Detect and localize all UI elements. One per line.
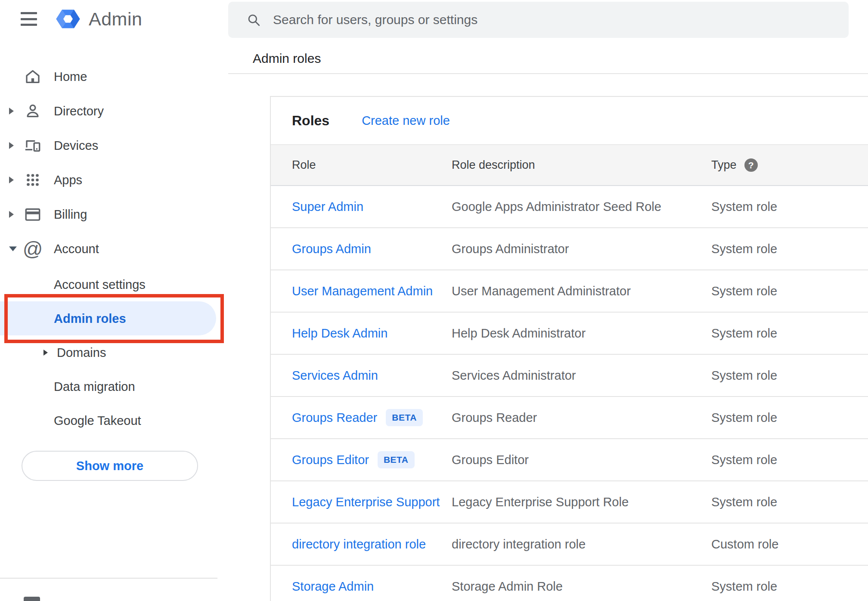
role-description: Help Desk Administrator — [452, 326, 711, 341]
role-link[interactable]: Storage Admin — [292, 579, 374, 594]
admin-logo: Admin — [55, 6, 142, 32]
sidebar-divider — [0, 578, 217, 579]
beta-badge: BETA — [378, 451, 415, 468]
table-row: Groups Reader BETA Groups Reader System … — [271, 397, 868, 439]
sidebar-item-data-migration[interactable]: Data migration — [0, 369, 228, 403]
devices-icon — [24, 136, 42, 155]
breadcrumb-divider — [228, 73, 868, 74]
sidebar-item-directory[interactable]: Directory — [0, 94, 228, 128]
sidebar-item-domains[interactable]: Domains — [0, 335, 228, 369]
role-description: Groups Editor — [452, 453, 711, 467]
role-type: System role — [711, 453, 868, 467]
table-row: Groups Editor BETA Groups Editor System … — [271, 439, 868, 481]
table-body: Super Admin Google Apps Administrator Se… — [271, 186, 868, 601]
sidebar-subitem-label: Google Takeout — [54, 413, 141, 428]
roles-card-header: Roles Create new role — [271, 97, 868, 144]
role-description: Google Apps Administrator Seed Role — [452, 200, 711, 214]
person-icon — [24, 102, 42, 120]
at-icon: @ — [24, 240, 42, 258]
role-link[interactable]: Legacy Enterprise Support — [292, 495, 440, 509]
role-type: System role — [711, 200, 868, 214]
role-type: Custom role — [711, 537, 868, 551]
roles-card: Roles Create new role Role Role descript… — [270, 96, 868, 601]
breadcrumb: Admin roles — [253, 51, 321, 66]
table-row: Storage Admin Storage Admin Role System … — [271, 566, 868, 601]
table-row: directory integration role directory int… — [271, 524, 868, 566]
search-input[interactable] — [273, 12, 836, 27]
sidebar-subitem-label: Account settings — [54, 277, 146, 291]
column-header-role-description: Role description — [452, 158, 711, 172]
sidebar-item-label: Directory — [54, 104, 104, 118]
role-type: System role — [711, 495, 868, 509]
column-header-role: Role — [292, 158, 452, 172]
role-type: System role — [711, 369, 868, 383]
collapse-arrow-icon — [9, 247, 17, 251]
sidebar-item-label: Devices — [54, 139, 98, 153]
sidebar: Home Directory Devices Apps Billing @ Ac… — [0, 40, 228, 601]
beta-badge: BETA — [386, 409, 423, 426]
role-link[interactable]: directory integration role — [292, 537, 426, 551]
sidebar-item-admin-roles[interactable]: Admin roles — [0, 301, 228, 335]
sidebar-item-account[interactable]: @ Account — [0, 232, 228, 266]
role-description: Services Administrator — [452, 369, 711, 383]
admin-hexagon-icon — [55, 6, 81, 32]
sidebar-item-label: Apps — [54, 173, 82, 187]
role-description: directory integration role — [452, 537, 711, 551]
table-row: Legacy Enterprise Support Legacy Enterpr… — [271, 481, 868, 524]
sidebar-subitem-label: Domains — [57, 345, 106, 359]
table-header-row: Role Role description Type ? — [271, 144, 868, 186]
table-row: Groups Admin Groups Administrator System… — [271, 228, 868, 270]
sidebar-item-label: Account — [54, 242, 99, 256]
role-description: Storage Admin Role — [452, 579, 711, 594]
sidebar-item-label: Billing — [54, 208, 87, 222]
table-row: User Management Admin User Management Ad… — [271, 270, 868, 313]
admin-console-screen: Admin Home Directory Devices Apps — [0, 0, 868, 601]
expand-arrow-icon — [9, 108, 14, 115]
apps-icon — [24, 171, 42, 189]
role-type: System role — [711, 326, 868, 341]
billing-icon — [24, 205, 42, 223]
role-link[interactable]: Super Admin — [292, 200, 363, 214]
role-link[interactable]: User Management Admin — [292, 284, 433, 298]
sidebar-item-account-settings[interactable]: Account settings — [0, 267, 228, 301]
column-header-type: Type ? — [711, 158, 868, 172]
home-icon — [24, 68, 42, 86]
role-link[interactable]: Services Admin — [292, 369, 378, 383]
search-bar[interactable] — [228, 2, 849, 38]
support-icon[interactable] — [24, 597, 40, 601]
role-type: System role — [711, 579, 868, 594]
sidebar-subitem-label: Admin roles — [54, 311, 126, 325]
role-type: System role — [711, 411, 868, 425]
sidebar-item-devices[interactable]: Devices — [0, 128, 228, 163]
expand-arrow-icon — [9, 211, 14, 218]
show-more-button[interactable]: Show more — [22, 451, 198, 481]
sidebar-item-apps[interactable]: Apps — [0, 163, 228, 197]
expand-arrow-icon — [9, 142, 14, 149]
sidebar-item-billing[interactable]: Billing — [0, 197, 228, 232]
role-description: Groups Administrator — [452, 242, 711, 256]
app-title: Admin — [89, 9, 142, 30]
sidebar-subitem-label: Data migration — [54, 379, 135, 393]
role-link[interactable]: Help Desk Admin — [292, 326, 388, 341]
role-description: User Management Administrator — [452, 284, 711, 298]
roles-title: Roles — [292, 113, 329, 129]
role-type: System role — [711, 284, 868, 298]
table-row: Services Admin Services Administrator Sy… — [271, 355, 868, 397]
role-link[interactable]: Groups Admin — [292, 242, 371, 256]
search-icon — [246, 12, 261, 27]
sidebar-item-home[interactable]: Home — [0, 59, 228, 94]
role-description: Legacy Enterprise Support Role — [452, 495, 711, 509]
table-row: Help Desk Admin Help Desk Administrator … — [271, 313, 868, 355]
table-row: Super Admin Google Apps Administrator Se… — [271, 186, 868, 228]
expand-arrow-icon — [43, 350, 48, 356]
help-icon[interactable]: ? — [744, 158, 758, 172]
role-link[interactable]: Groups Editor — [292, 453, 369, 467]
sidebar-item-google-takeout[interactable]: Google Takeout — [0, 403, 228, 437]
role-type: System role — [711, 242, 868, 256]
sidebar-item-label: Home — [54, 70, 87, 84]
create-new-role-link[interactable]: Create new role — [362, 114, 450, 128]
role-description: Groups Reader — [452, 411, 711, 425]
expand-arrow-icon — [9, 177, 14, 183]
role-link[interactable]: Groups Reader — [292, 411, 377, 425]
menu-icon[interactable] — [19, 10, 40, 28]
